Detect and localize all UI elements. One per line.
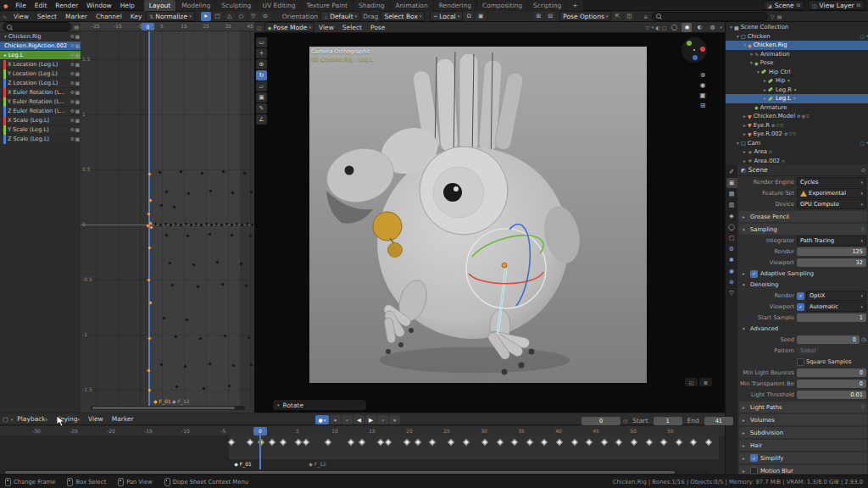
disclosure-icon[interactable]: ▾ xyxy=(742,42,748,47)
object-properties-tab[interactable]: ▢ xyxy=(726,233,737,243)
annotate-tool-icon[interactable]: ✎ xyxy=(256,103,267,114)
viewport-corner-icon-1[interactable]: ◱ xyxy=(685,378,698,386)
graph-menu-marker[interactable]: Marker xyxy=(61,11,92,22)
timeline-current-frame-badge[interactable]: 0 xyxy=(253,427,267,435)
scene-selector[interactable]: ◪ Scene ⧉ xyxy=(763,0,804,10)
workspace-tab-rendering[interactable]: Rendering xyxy=(434,0,476,11)
navigation-gizmo[interactable] xyxy=(682,37,707,63)
scene-properties-tab[interactable]: ◈ xyxy=(726,211,737,221)
shading-solid-icon[interactable]: ◉ xyxy=(682,23,692,32)
exclude-icon[interactable]: ▢ xyxy=(860,141,864,146)
axis-x-icon[interactable] xyxy=(700,47,705,52)
keyframe-point[interactable] xyxy=(162,316,165,319)
workspace-tab-modeling[interactable]: Modeling xyxy=(176,0,215,11)
copy-pose-icon[interactable]: ⊞ xyxy=(533,12,543,21)
start-sample-value-field[interactable]: 1 xyxy=(797,313,866,322)
preview-range-icon[interactable]: ◷ xyxy=(623,418,627,424)
graph-menu-channel[interactable]: Channel xyxy=(92,11,126,22)
chicken-model[interactable] xyxy=(309,47,647,383)
play-reverse-button[interactable]: ◀ xyxy=(353,415,364,424)
visibility-icon[interactable]: ▦ xyxy=(75,118,80,123)
workspace-tab-uv-editing[interactable]: UV Editing xyxy=(257,0,300,11)
outliner-row-hip-ctrl[interactable]: ▾Hip Ctrl↖ xyxy=(726,68,868,77)
keyframe-point[interactable] xyxy=(185,318,188,321)
disclosure-icon[interactable]: ▸ xyxy=(742,149,748,154)
graph-menu-key[interactable]: Key xyxy=(126,11,147,22)
keyframe-point[interactable] xyxy=(183,364,186,368)
gizmo-toggle-icon[interactable]: ⌖ xyxy=(651,24,654,30)
select-mode-icon[interactable]: ▢ xyxy=(213,12,223,21)
exclude-icon[interactable]: ▢ xyxy=(860,34,864,39)
render-value-field[interactable]: 125 xyxy=(797,247,866,256)
outliner-row-leg-r[interactable]: ▸Leg.R✦↖ xyxy=(726,86,868,95)
timeline-ruler[interactable]: -30-25-20-15-10-5510152025303540455055 xyxy=(0,426,725,435)
disclosure-icon[interactable]: ▾ xyxy=(735,141,741,146)
graph-curve-area[interactable]: -25-15-5515253545 0 1.510.50-0.5-1-1.5 ◆… xyxy=(81,22,254,413)
channel-filter-icon[interactable]: ▤ xyxy=(74,24,81,30)
new-view-layer-icon[interactable]: ⧉ xyxy=(857,2,860,8)
visibility-icon[interactable]: ▦ xyxy=(75,108,80,114)
keyframe-point[interactable] xyxy=(194,222,198,225)
mode-dropdown[interactable]: ◆ Pose Mode▾ xyxy=(264,22,314,32)
outliner-row-cam[interactable]: ▾▢Cam▢↖◉ xyxy=(726,139,868,148)
visibility-icon[interactable]: ▦ xyxy=(75,136,80,141)
outliner-row-area[interactable]: ▸☀Area◇↖◉ xyxy=(726,147,868,157)
keyframe-point[interactable] xyxy=(164,190,168,193)
visibility-icon[interactable]: ▦ xyxy=(75,80,80,86)
keyframe-point[interactable] xyxy=(172,205,175,208)
outliner-row-armature[interactable]: ◆Armature xyxy=(726,103,868,113)
viewport-dropdown[interactable]: Automatic▾ xyxy=(806,302,866,312)
keyframe-point[interactable] xyxy=(164,222,167,225)
channel-x-location-leg-l-[interactable]: X Location (Leg.L)⚙▦ xyxy=(0,60,81,69)
disclosure-icon[interactable]: ▾ xyxy=(748,52,754,57)
visibility-icon[interactable]: ▦ xyxy=(75,53,80,58)
keyframe-point[interactable] xyxy=(249,363,253,366)
keyframe-point[interactable] xyxy=(159,203,163,207)
workspace-tab-texture-paint[interactable]: Texture Paint xyxy=(302,0,353,11)
drag-grip-icon[interactable]: ⠿ xyxy=(861,226,864,232)
render-engine-dropdown[interactable]: Cycles▾ xyxy=(797,177,866,187)
modifier-icon[interactable]: ⚙ xyxy=(70,34,75,39)
shading-material-icon[interactable]: ◐ xyxy=(694,23,704,32)
keyframe-point[interactable] xyxy=(231,363,235,367)
workspace-tab-sculpting[interactable]: Sculpting xyxy=(216,0,256,11)
section-volumes[interactable]: ▸Volumes xyxy=(739,414,867,425)
marker-f-01[interactable]: ◆ F_01 xyxy=(153,398,171,404)
keyframe-point[interactable] xyxy=(159,223,162,226)
workspace-tab-shading[interactable]: Shading xyxy=(353,0,389,11)
subsection-denoising[interactable]: ▾Denoising xyxy=(743,280,867,290)
menu-window[interactable]: Window xyxy=(82,0,116,11)
graph-h-scrollbar[interactable] xyxy=(91,406,245,410)
keyframe-point[interactable] xyxy=(242,171,246,175)
workspace-tab-compositing[interactable]: Compositing xyxy=(477,0,527,11)
keyframe-point[interactable] xyxy=(147,278,150,281)
keyframe-point[interactable] xyxy=(200,171,203,175)
visibility-icon[interactable]: ▦ xyxy=(75,62,80,67)
channel-chicken-rigaction-002[interactable]: Chicken.RigAction.002⚙▦ xyxy=(0,42,81,51)
channel-z-location-leg-l-[interactable]: Z Location (Leg.L)⚙▦ xyxy=(0,79,81,88)
keyframe-point[interactable] xyxy=(240,223,243,226)
outliner-row-scene-collection[interactable]: ▾▦Scene Collection xyxy=(726,23,868,32)
channel-y-location-leg-l-[interactable]: Y Location (Leg.L)⚙▦ xyxy=(0,69,81,79)
subsection-checkbox[interactable]: ✓ xyxy=(750,270,758,278)
section-light-paths[interactable]: ▸Light Paths⠿ xyxy=(739,402,867,413)
section-sampling[interactable]: ▾Sampling⠿ xyxy=(739,224,867,235)
scale-tool-icon[interactable]: ▱ xyxy=(256,81,267,92)
viewport-menu-select[interactable]: Select xyxy=(338,22,366,33)
timeline-menu-marker[interactable]: Marker xyxy=(108,413,138,424)
keyframe-point[interactable] xyxy=(215,260,219,263)
keyframe-point[interactable] xyxy=(209,189,212,192)
keyframe-point[interactable] xyxy=(179,223,182,226)
modifier-icon[interactable]: ⚙ xyxy=(70,99,75,104)
keyframe-point[interactable] xyxy=(147,172,151,175)
select-circle-icon[interactable]: ○ xyxy=(236,12,247,21)
current-frame-field[interactable]: 0 xyxy=(581,417,620,425)
play-button[interactable]: ▶ xyxy=(365,415,376,424)
channel-z-euler-rotation-l-[interactable]: Z Euler Rotation (L...⚙▦ xyxy=(0,107,81,116)
viewport-checkbox[interactable]: ✓ xyxy=(797,303,804,311)
keyframe-point[interactable] xyxy=(245,222,248,225)
outliner-row-eye-r-002[interactable]: ▸▼Eye.R.002⚙▽▽↖◉ xyxy=(726,130,868,139)
disclosure-icon[interactable]: ▸ xyxy=(742,114,748,119)
workspace-tab-animation[interactable]: Animation xyxy=(390,0,432,11)
workspace-tab-scripting[interactable]: Scripting xyxy=(528,0,566,11)
